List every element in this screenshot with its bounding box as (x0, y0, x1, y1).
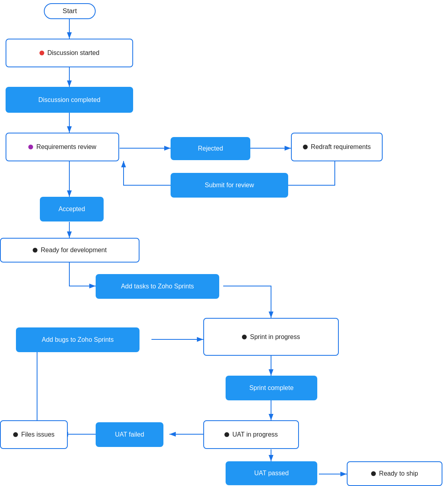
purple-dot-icon (28, 145, 33, 149)
black-dot-icon-files (13, 432, 18, 437)
flowchart-diagram: Start Discussion started Discussion comp… (0, 0, 448, 486)
redraft-requirements-node: Redraft requirements (291, 133, 383, 161)
discussion-started-node: Discussion started (6, 39, 133, 67)
sprint-in-progress-node: Sprint in progress (203, 318, 339, 356)
uat-passed-node: UAT passed (226, 461, 317, 485)
black-dot-icon-uat (224, 432, 229, 437)
submit-for-review-node: Submit for review (171, 173, 288, 198)
add-bugs-to-sprints-node: Add bugs to Zoho Sprints (16, 327, 140, 352)
files-issues-node: Files issues (0, 420, 68, 449)
requirements-review-node: Requirements review (6, 133, 119, 161)
start-node: Start (44, 3, 96, 19)
black-dot-icon-redraft (303, 145, 308, 149)
uat-failed-node: UAT failed (96, 422, 163, 447)
sprint-complete-node: Sprint complete (226, 376, 317, 400)
red-dot-icon (39, 51, 44, 55)
black-dot-icon-ship (371, 471, 376, 476)
add-tasks-to-sprints-node: Add tasks to Zoho Sprints (96, 274, 219, 299)
accepted-node: Accepted (40, 197, 104, 221)
black-dot-icon-sprint (242, 335, 247, 339)
black-dot-icon-ready-dev (33, 248, 37, 253)
ready-to-ship-node: Ready to ship (347, 461, 442, 486)
ready-for-development-node: Ready for development (0, 238, 140, 263)
uat-in-progress-node: UAT in progress (203, 420, 299, 449)
discussion-completed-node: Discussion completed (6, 87, 133, 113)
rejected-node: Rejected (171, 137, 250, 160)
